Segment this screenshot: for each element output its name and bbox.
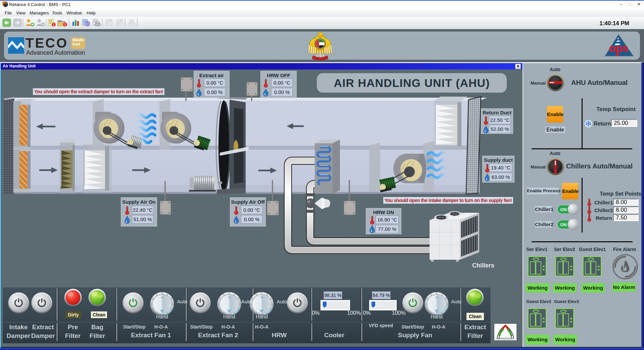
svg-text:ops: ops xyxy=(609,42,628,54)
svg-text:ON: ON xyxy=(560,207,567,212)
svg-text:Chillers: Chillers xyxy=(472,262,494,269)
svg-text:ON: ON xyxy=(560,222,567,227)
